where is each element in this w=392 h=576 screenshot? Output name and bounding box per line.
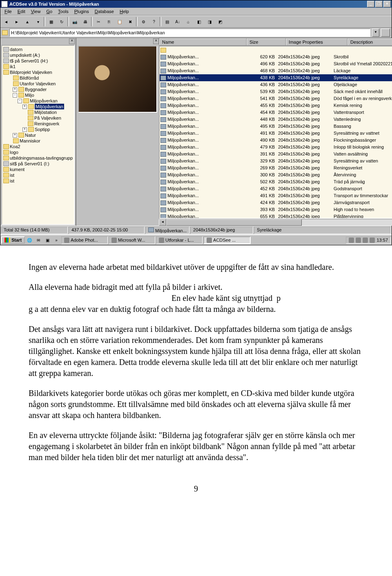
tree-item[interactable]: ist <box>3 172 73 178</box>
file-row[interactable]: Miljopåverkan...452 KB2048x1536x24b jpeg… <box>160 185 392 192</box>
refresh-button[interactable]: ↻ <box>57 17 67 27</box>
file-row[interactable]: Miljopåverkan...448 KB2048x1536x24b jpeg… <box>160 116 392 123</box>
system-tray[interactable]: 13:57 <box>346 237 391 244</box>
restore-button[interactable]: ❐ <box>375 1 383 7</box>
tree-item[interactable]: utbildningsmassa-tavlingsgrupp <box>3 155 73 161</box>
menu-help[interactable]: Help <box>117 9 131 14</box>
tree-item[interactable]: datorn <box>3 47 73 52</box>
horizontal-scrollbar[interactable]: ◄► <box>159 219 392 226</box>
file-row[interactable]: Miljopåverkan...269 KB2048x1536x24b jpeg… <box>160 165 392 171</box>
tree-item[interactable]: +Natur <box>3 132 73 138</box>
file-row[interactable]: Miljopåverkan...424 KB2048x1536x24b jpeg… <box>160 199 392 206</box>
tree-item[interactable]: +Soptipp <box>3 127 73 132</box>
menu-view[interactable]: View <box>29 9 43 14</box>
tree-item[interactable]: kument <box>3 167 73 172</box>
file-row[interactable]: Miljopåverkan...539 KB2048x1536x24b jpeg… <box>160 88 392 95</box>
file-row[interactable]: Miljopåverkan...491 KB2048x1536x24b jpeg… <box>160 192 392 199</box>
recent-button[interactable]: ▾ <box>33 17 43 27</box>
close-icon[interactable]: × <box>69 38 75 44</box>
tray-icon[interactable] <box>349 238 354 243</box>
file-row[interactable]: Miljopåverkan...490 KB2048x1536x24b jpeg… <box>160 137 392 144</box>
file-row[interactable]: Miljopåverkan...620 KB2048x1536x24b jpeg… <box>160 53 392 60</box>
menu-file[interactable]: File <box>2 9 14 14</box>
minimize-button[interactable]: _ <box>367 1 374 7</box>
tool-button[interactable]: ◨ <box>205 17 214 27</box>
file-row[interactable]: Miljopåverkan...438 KB2048x1536x24b jpeg… <box>160 74 392 81</box>
menu-plugins[interactable]: Plugins <box>72 9 91 14</box>
file-row[interactable]: Miljopåverkan...655 KB2048x1536x24b jpeg… <box>160 213 392 219</box>
tree-item[interactable]: -Miljo <box>3 92 73 98</box>
file-row[interactable]: Miljopåverkan...391 KB2048x1536x24b jpeg… <box>160 151 392 158</box>
tree-item[interactable]: t$ på Server01 (H:) <box>3 58 73 64</box>
expand-icon[interactable]: + <box>13 133 17 138</box>
menu-go[interactable]: Go <box>44 9 55 14</box>
column-desc[interactable]: Description <box>347 38 392 45</box>
expand-icon[interactable]: + <box>22 105 27 109</box>
delete-button[interactable]: ✖ <box>125 17 135 27</box>
expand-icon[interactable]: + <box>22 127 27 132</box>
address-dropdown[interactable]: ▼ <box>372 29 379 37</box>
address-field[interactable]: H:\Bildprojekt Valjeviken\Utanfor Valjev… <box>9 29 370 37</box>
file-row[interactable]: Miljopåverkan...468 KB2048x1536x24b jpeg… <box>160 67 392 74</box>
sort-button[interactable]: A↓ <box>173 17 183 27</box>
tree-item[interactable]: Bildprojekt Valjeviken <box>3 69 73 75</box>
tree-item[interactable]: umpdiskett (A:) <box>3 52 73 58</box>
column-size[interactable]: Size <box>247 38 286 45</box>
tree-item[interactable]: Bildförråd <box>3 75 73 81</box>
task-button[interactable]: Utforskar - L... <box>156 236 203 244</box>
tree-item[interactable]: ist <box>3 178 73 184</box>
tree-item[interactable]: Miljöstation <box>3 109 73 115</box>
menu-tools[interactable]: Tools <box>56 9 71 14</box>
file-row[interactable]: Miljopåverkan...455 KB2048x1536x24b jpeg… <box>160 102 392 109</box>
tree-item[interactable]: +Byggnader <box>3 87 73 92</box>
quicklaunch-icon[interactable]: ▣ <box>43 236 51 244</box>
image-preview[interactable] <box>78 46 157 113</box>
tray-icon[interactable] <box>363 238 368 243</box>
tree-item[interactable]: Utanfor Valjeviken <box>3 81 73 87</box>
file-row[interactable]: Miljopåverkan...495 KB2048x1536x24b jpeg… <box>160 123 392 130</box>
expand-icon[interactable]: - <box>18 99 22 103</box>
folder-tree[interactable]: datornumpdiskett (A:)t$ på Server01 (H:)… <box>1 45 75 225</box>
tree-item[interactable]: Reningsverk <box>3 121 73 127</box>
tray-icon[interactable] <box>356 238 361 243</box>
file-row[interactable]: Miljopåverkan...479 KB2048x1536x24b jpeg… <box>160 144 392 151</box>
up-button[interactable]: ▲ <box>22 17 32 27</box>
back-button[interactable]: ◄ <box>1 17 11 27</box>
expand-icon[interactable]: - <box>13 93 17 98</box>
forward-button[interactable]: ► <box>12 17 22 27</box>
go-button[interactable] <box>381 29 390 37</box>
acquire-button[interactable]: 📷 <box>70 17 80 27</box>
scroll-track[interactable] <box>166 219 392 226</box>
tray-icon[interactable] <box>370 238 375 243</box>
file-row[interactable]: Miljopåverkan...496 KB2048x1536x24b jpeg… <box>160 60 392 67</box>
tool-button[interactable]: ◧ <box>194 17 204 27</box>
file-row[interactable]: Miljopåverkan...541 KB2048x1536x24b jpeg… <box>160 95 392 102</box>
file-row[interactable]: Miljopåverkan...454 KB2048x1536x24b jpeg… <box>160 109 392 116</box>
help-button[interactable]: ? <box>149 17 159 27</box>
print-button[interactable]: 🖶 <box>80 17 90 27</box>
cut-button[interactable]: ✂ <box>94 17 103 27</box>
expand-icon[interactable]: + <box>13 87 17 92</box>
task-button[interactable]: ACDSee ... <box>203 236 251 244</box>
task-button[interactable]: Microsoft W... <box>109 236 155 244</box>
options-button[interactable]: ⚙ <box>138 17 148 27</box>
tree-item[interactable]: +Miljöpåverkan <box>3 104 73 109</box>
paste-button[interactable]: 📋 <box>115 17 125 27</box>
close-icon[interactable]: × <box>153 38 159 44</box>
parent-folder-row[interactable] <box>160 47 392 53</box>
title-bar[interactable]: ACDSee v3.0 Trial Version - Miljöpåverka… <box>0 0 392 8</box>
file-row[interactable]: Miljopåverkan...329 KB2048x1536x24b jpeg… <box>160 158 392 165</box>
file-row[interactable]: Miljopåverkan...393 KB2048x1536x24b jpeg… <box>160 206 392 213</box>
tree-item[interactable]: Koa2 <box>3 144 73 149</box>
file-row[interactable]: Miljopåverkan...491 KB2048x1536x24b jpeg… <box>160 130 392 137</box>
scroll-thumb[interactable] <box>166 219 302 226</box>
tree-item[interactable]: På Valjeviken <box>3 115 73 121</box>
scroll-left-icon[interactable]: ◄ <box>159 219 166 226</box>
filter-button[interactable]: ▤ <box>162 17 172 27</box>
copy-button[interactable]: ⎘ <box>104 17 114 27</box>
file-list[interactable]: Miljopåverkan...620 KB2048x1536x24b jpeg… <box>159 46 392 219</box>
column-props[interactable]: Image Properties <box>286 38 347 45</box>
start-button[interactable]: Start <box>1 236 25 244</box>
column-headers[interactable]: NameSizeImage PropertiesDescription <box>159 38 392 46</box>
file-row[interactable]: Miljopåverkan...436 KB2048x1536x24b jpeg… <box>160 81 392 88</box>
